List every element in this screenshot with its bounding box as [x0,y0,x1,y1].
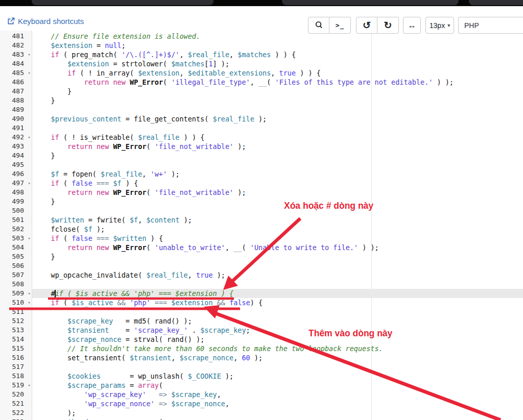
search-button[interactable] [308,17,329,34]
fold-toggle-icon[interactable]: ▾ [28,68,31,78]
fold-toggle-icon[interactable]: ▾ [28,133,31,142]
code-text[interactable] [32,206,34,215]
code-editor[interactable]: 481 // Ensure file extension is allowed.… [0,31,523,420]
keyboard-shortcuts-link[interactable]: Keyboard shortcuts [7,17,84,26]
code-line[interactable]: 489 [0,105,523,114]
code-text[interactable]: if ( $is_active && 'php' === $extension … [32,298,263,307]
code-text[interactable]: return new WP_Error( 'file_not_writable'… [32,142,246,151]
code-line[interactable]: 498 return new WP_Error( 'file_not_writa… [0,188,523,197]
code-line[interactable]: 484 $extension = strtolower( $matches[1]… [0,59,523,68]
code-text[interactable]: // It shouldn't take more than 60 second… [32,344,383,353]
code-line[interactable]: 495 [0,160,523,169]
code-text[interactable]: fclose( $f ); [32,225,105,234]
code-text[interactable]: $headers = array( [32,417,163,420]
terminal-button[interactable]: >_ [329,17,351,34]
code-text[interactable]: } [32,197,55,206]
code-text[interactable]: } [32,151,55,160]
code-line[interactable]: 486 return new WP_Error( 'illegal_file_t… [0,78,523,87]
code-text[interactable]: $transient = 'scrape_key_' . $scrape_key… [32,326,250,335]
code-text[interactable]: $cookies = wp_unslash( $_COOKIE ); [32,372,233,381]
code-text[interactable]: if ( ! in_array( $extension, $editable_e… [32,68,321,78]
code-text[interactable]: $extension = strtolower( $matches[1] ); [32,59,229,68]
code-text[interactable]: $extension = null; [32,41,126,50]
code-text[interactable]: ); [32,408,76,417]
code-text[interactable]: $scrape_key = md5( rand() ); [32,316,192,326]
code-line[interactable]: 502 fclose( $f ); [0,225,523,234]
code-text[interactable] [32,307,34,316]
code-text[interactable]: #if ( $is_active && 'php' === $extension… [32,289,233,298]
code-line[interactable]: 519▾ $scrape_params = array( [0,381,523,390]
code-line[interactable]: 504 return new WP_Error( 'unable_to_writ… [0,243,523,252]
code-line[interactable]: 508 [0,280,523,289]
code-text[interactable] [32,261,34,270]
fold-toggle-icon[interactable]: ▾ [28,179,31,188]
code-line[interactable]: 510▾ if ( $is_active && 'php' === $exten… [0,298,523,307]
code-text[interactable]: $f = fopen( $real_file, 'w+' ); [32,169,180,179]
fold-toggle-icon[interactable]: ▾ [28,234,31,243]
code-line[interactable]: 487 } [0,87,523,96]
code-text[interactable]: // Ensure file extension is allowed. [32,32,200,41]
code-line[interactable]: 509▾ #if ( $is_active && 'php' === $exte… [0,289,523,298]
code-line[interactable]: 513 $transient = 'scrape_key_' . $scrape… [0,326,523,335]
code-line[interactable]: 503▾ if ( false === $written ) { [0,234,523,243]
code-text[interactable]: if ( false === $written ) { [32,234,163,243]
code-line[interactable]: 491 [0,123,523,133]
code-text[interactable]: wp_opcache_invalidate( $real_file, true … [32,270,225,280]
code-text[interactable]: return new WP_Error( 'file_not_writable'… [32,188,246,197]
code-text[interactable] [32,362,34,372]
code-text[interactable]: $scrape_nonce = strval( rand() ); [32,335,204,344]
code-line[interactable]: 521 'wp_scrape_nonce' => $scrape_nonce, [0,399,523,408]
code-line[interactable]: 506 [0,261,523,270]
code-line[interactable]: 515 // It shouldn't take more than 60 se… [0,344,523,353]
code-text[interactable]: $scrape_params = array( [32,381,163,390]
code-line[interactable]: 500 [0,206,523,215]
code-line[interactable]: 516 set_transient( $transient, $scrape_n… [0,353,523,362]
code-line[interactable]: 517 [0,362,523,372]
code-line[interactable]: 512 $scrape_key = md5( rand() ); [0,316,523,326]
fold-toggle-icon[interactable]: ▾ [28,381,31,390]
code-line[interactable]: 522 ); [0,408,523,417]
code-line[interactable]: 482 $extension = null; [0,41,523,50]
code-text[interactable]: } [32,96,55,105]
code-text[interactable]: 'wp_scrape_nonce' => $scrape_nonce, [32,399,229,408]
code-text[interactable]: 'wp_scrape_key' => $scrape_key, [32,390,221,399]
code-text[interactable] [32,160,34,169]
code-text[interactable]: set_transient( $transient, $scrape_nonce… [32,353,263,362]
code-line[interactable]: 497▾ if ( false === $f ) { [0,179,523,188]
code-text[interactable]: $written = fwrite( $f, $content ); [32,215,192,225]
code-line[interactable]: 485▾ if ( ! in_array( $extension, $edita… [0,68,523,78]
code-text[interactable]: } [32,252,55,261]
resize-button[interactable]: ↔ [403,17,421,34]
code-line[interactable]: 514 $scrape_nonce = strval( rand() ); [0,335,523,344]
code-line[interactable]: 483▾ if ( preg_match( '/\.([^.]+)$/', $r… [0,50,523,59]
code-line[interactable]: 492▾ if ( ! is_writeable( $real_file ) )… [0,133,523,142]
code-line[interactable]: 488 } [0,96,523,105]
code-text[interactable]: } [32,87,72,96]
code-line[interactable]: 520 'wp_scrape_key' => $scrape_key, [0,390,523,399]
code-line[interactable]: 507 wp_opcache_invalidate( $real_file, t… [0,270,523,280]
code-line[interactable]: 523 $headers = array( [0,417,523,420]
code-line[interactable]: 499 } [0,197,523,206]
code-line[interactable]: 496 $f = fopen( $real_file, 'w+' ); [0,169,523,179]
code-line[interactable]: 494 } [0,151,523,160]
code-text[interactable]: $previous_content = file_get_contents( $… [32,114,267,123]
font-size-select[interactable]: 13px ▾ [425,17,454,34]
code-line[interactable]: 501 $written = fwrite( $f, $content ); [0,215,523,225]
code-text[interactable] [32,105,34,114]
fold-toggle-icon[interactable]: ▾ [28,50,31,59]
code-line[interactable]: 511 [0,307,523,316]
fold-toggle-icon[interactable]: ▾ [28,298,31,307]
code-line[interactable]: 518 $cookies = wp_unslash( $_COOKIE ); [0,372,523,381]
mode-input[interactable]: PHP [458,17,523,34]
redo-button[interactable]: ↻ [377,17,399,34]
code-text[interactable]: if ( preg_match( '/\.([^.]+)$/', $real_f… [32,50,296,59]
code-text[interactable]: return new WP_Error( 'illegal_file_type'… [32,78,454,87]
code-text[interactable] [32,280,34,289]
fold-toggle-icon[interactable]: ▾ [28,289,31,298]
code-line[interactable]: 505 } [0,252,523,261]
undo-button[interactable]: ↺ [356,17,377,34]
code-line[interactable]: 493 return new WP_Error( 'file_not_writa… [0,142,523,151]
code-text[interactable]: if ( ! is_writeable( $real_file ) ) { [32,133,204,142]
code-text[interactable] [32,123,34,133]
code-text[interactable]: return new WP_Error( 'unable_to_write', … [32,243,379,252]
